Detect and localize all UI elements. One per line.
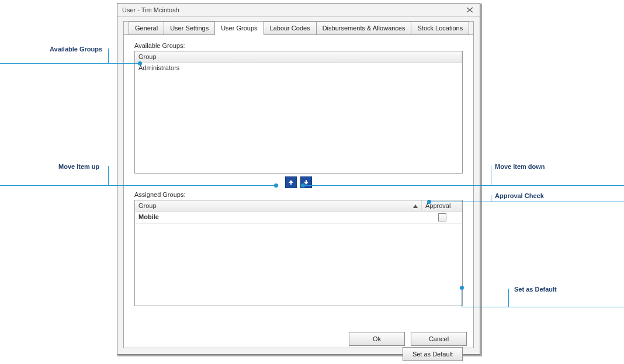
close-icon[interactable] bbox=[464, 6, 475, 14]
assigned-column-group-label: Group bbox=[138, 202, 157, 209]
sort-asc-icon bbox=[413, 202, 418, 209]
callout-move-up: Move item up bbox=[58, 163, 99, 170]
assigned-groups-label: Assigned Groups: bbox=[134, 191, 463, 198]
tab-panel-user-groups: Available Groups: Group Administrators bbox=[124, 34, 473, 348]
approval-checkbox[interactable] bbox=[438, 213, 446, 221]
tab-general[interactable]: General bbox=[129, 22, 164, 36]
ok-button[interactable]: Ok bbox=[349, 332, 405, 346]
assigned-row-group: Mobile bbox=[135, 212, 422, 223]
table-row[interactable]: Mobile bbox=[135, 212, 462, 224]
available-column-header[interactable]: Group bbox=[135, 51, 462, 62]
cancel-button[interactable]: Cancel bbox=[411, 332, 467, 346]
assigned-groups-table[interactable]: Group Approval Mobile bbox=[134, 200, 463, 306]
tab-labour-codes[interactable]: Labour Codes bbox=[264, 22, 317, 36]
dialog-content: General User Settings User Groups Labour… bbox=[123, 21, 474, 348]
title-bar: User - Tim Mcintosh bbox=[117, 4, 480, 17]
callout-move-down: Move item down bbox=[495, 163, 545, 170]
tab-stock-locations[interactable]: Stock Locations bbox=[411, 22, 469, 36]
available-row-name: Administrators bbox=[135, 63, 183, 73]
list-item[interactable]: Administrators bbox=[135, 63, 462, 73]
callout-set-default: Set as Default bbox=[514, 286, 557, 293]
callout-approval-check: Approval Check bbox=[495, 192, 544, 199]
tab-user-settings[interactable]: User Settings bbox=[164, 22, 215, 36]
tab-disbursements[interactable]: Disbursements & Allowances bbox=[316, 22, 412, 36]
available-groups-list[interactable]: Group Administrators bbox=[134, 51, 463, 174]
window-title: User - Tim Mcintosh bbox=[122, 4, 179, 16]
set-as-default-button[interactable]: Set as Default bbox=[403, 347, 463, 361]
callout-available-groups: Available Groups bbox=[50, 46, 102, 53]
assigned-column-group[interactable]: Group bbox=[135, 200, 422, 211]
tab-user-groups[interactable]: User Groups bbox=[214, 21, 264, 35]
move-up-button[interactable] bbox=[285, 176, 297, 188]
available-groups-label: Available Groups: bbox=[134, 42, 463, 49]
move-buttons bbox=[134, 176, 463, 188]
user-dialog: User - Tim Mcintosh General User Setting… bbox=[117, 3, 480, 355]
tab-strip: General User Settings User Groups Labour… bbox=[129, 21, 469, 35]
